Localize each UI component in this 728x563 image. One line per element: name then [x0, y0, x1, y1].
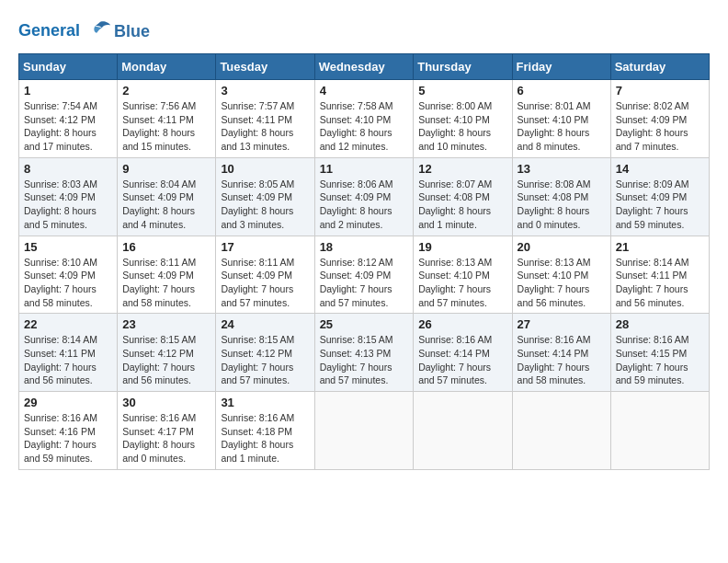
calendar-cell: 21 Sunrise: 8:14 AMSunset: 4:11 PMDaylig… [610, 236, 709, 314]
day-number: 30 [122, 396, 210, 409]
calendar-cell: 15 Sunrise: 8:10 AMSunset: 4:09 PMDaylig… [19, 236, 118, 314]
page-header: General Blue [18, 18, 710, 44]
day-number: 11 [320, 162, 409, 176]
weekday-saturday: Saturday [610, 54, 709, 80]
weekday-friday: Friday [512, 54, 610, 80]
day-number: 23 [122, 317, 210, 331]
calendar-cell: 6 Sunrise: 8:01 AMSunset: 4:10 PMDayligh… [512, 80, 610, 158]
day-detail: Sunrise: 8:16 AMSunset: 4:14 PMDaylight:… [518, 334, 591, 385]
weekday-monday: Monday [118, 54, 216, 80]
logo-general: General [18, 21, 80, 40]
calendar-cell: 5 Sunrise: 8:00 AMSunset: 4:10 PMDayligh… [414, 80, 512, 158]
calendar-cell: 30 Sunrise: 8:16 AMSunset: 4:17 PMDaylig… [118, 392, 216, 470]
logo-bird-icon [86, 18, 112, 44]
day-detail: Sunrise: 8:16 AMSunset: 4:14 PMDaylight:… [418, 334, 492, 385]
calendar-week-2: 8 Sunrise: 8:03 AMSunset: 4:09 PMDayligh… [19, 157, 710, 236]
logo-blue: Blue [114, 22, 150, 41]
day-number: 24 [221, 317, 309, 331]
calendar-cell: 9 Sunrise: 8:04 AMSunset: 4:09 PMDayligh… [118, 157, 216, 236]
calendar-table: SundayMondayTuesdayWednesdayThursdayFrid… [18, 53, 710, 470]
calendar-week-3: 15 Sunrise: 8:10 AMSunset: 4:09 PMDaylig… [19, 236, 710, 314]
day-number: 21 [616, 240, 704, 254]
day-number: 20 [518, 240, 606, 254]
weekday-thursday: Thursday [414, 54, 512, 80]
day-detail: Sunrise: 7:56 AMSunset: 4:11 PMDaylight:… [122, 100, 196, 152]
logo: General Blue [18, 18, 150, 44]
calendar-week-5: 29 Sunrise: 8:16 AMSunset: 4:16 PMDaylig… [19, 392, 710, 470]
calendar-cell: 18 Sunrise: 8:12 AMSunset: 4:09 PMDaylig… [314, 236, 414, 314]
day-detail: Sunrise: 8:08 AMSunset: 4:08 PMDaylight:… [518, 178, 591, 230]
day-detail: Sunrise: 8:13 AMSunset: 4:10 PMDaylight:… [518, 257, 591, 308]
calendar-cell: 26 Sunrise: 8:16 AMSunset: 4:14 PMDaylig… [414, 314, 512, 392]
calendar-cell [414, 392, 512, 470]
day-detail: Sunrise: 8:14 AMSunset: 4:11 PMDaylight:… [24, 334, 97, 385]
day-detail: Sunrise: 8:11 AMSunset: 4:09 PMDaylight:… [221, 257, 294, 308]
day-number: 1 [24, 84, 112, 98]
day-number: 15 [24, 240, 112, 254]
day-number: 29 [24, 396, 112, 409]
calendar-cell: 29 Sunrise: 8:16 AMSunset: 4:16 PMDaylig… [19, 392, 118, 470]
day-number: 4 [320, 84, 409, 98]
day-number: 27 [518, 317, 606, 331]
day-number: 7 [616, 84, 704, 98]
day-number: 9 [122, 162, 210, 176]
day-detail: Sunrise: 7:54 AMSunset: 4:12 PMDaylight:… [24, 100, 97, 152]
calendar-cell: 13 Sunrise: 8:08 AMSunset: 4:08 PMDaylig… [512, 157, 610, 236]
day-number: 28 [616, 317, 704, 331]
calendar-cell [512, 392, 610, 470]
day-number: 16 [122, 240, 210, 254]
calendar-cell: 25 Sunrise: 8:15 AMSunset: 4:13 PMDaylig… [314, 314, 414, 392]
day-number: 10 [221, 162, 309, 176]
weekday-wednesday: Wednesday [314, 54, 414, 80]
calendar-cell: 14 Sunrise: 8:09 AMSunset: 4:09 PMDaylig… [610, 157, 709, 236]
calendar-cell: 2 Sunrise: 7:56 AMSunset: 4:11 PMDayligh… [118, 80, 216, 158]
day-detail: Sunrise: 8:05 AMSunset: 4:09 PMDaylight:… [221, 178, 294, 230]
day-number: 26 [418, 317, 506, 331]
calendar-cell: 3 Sunrise: 7:57 AMSunset: 4:11 PMDayligh… [216, 80, 314, 158]
day-number: 5 [418, 84, 506, 98]
day-detail: Sunrise: 8:03 AMSunset: 4:09 PMDaylight:… [24, 178, 97, 230]
day-detail: Sunrise: 8:14 AMSunset: 4:11 PMDaylight:… [616, 257, 689, 308]
day-detail: Sunrise: 8:16 AMSunset: 4:15 PMDaylight:… [616, 334, 689, 385]
day-number: 8 [24, 162, 112, 176]
day-number: 31 [221, 396, 309, 409]
day-detail: Sunrise: 8:00 AMSunset: 4:10 PMDaylight:… [418, 100, 492, 152]
day-detail: Sunrise: 8:10 AMSunset: 4:09 PMDaylight:… [24, 257, 97, 308]
day-number: 25 [320, 317, 409, 331]
calendar-cell: 10 Sunrise: 8:05 AMSunset: 4:09 PMDaylig… [216, 157, 314, 236]
day-detail: Sunrise: 7:58 AMSunset: 4:10 PMDaylight:… [320, 100, 393, 152]
calendar-week-4: 22 Sunrise: 8:14 AMSunset: 4:11 PMDaylig… [19, 314, 710, 392]
calendar-cell: 24 Sunrise: 8:15 AMSunset: 4:12 PMDaylig… [216, 314, 314, 392]
calendar-cell: 1 Sunrise: 7:54 AMSunset: 4:12 PMDayligh… [19, 80, 118, 158]
day-detail: Sunrise: 8:15 AMSunset: 4:12 PMDaylight:… [122, 334, 196, 385]
day-number: 3 [221, 84, 309, 98]
day-detail: Sunrise: 8:11 AMSunset: 4:09 PMDaylight:… [122, 257, 196, 308]
calendar-cell: 23 Sunrise: 8:15 AMSunset: 4:12 PMDaylig… [118, 314, 216, 392]
day-number: 13 [518, 162, 606, 176]
calendar-cell: 7 Sunrise: 8:02 AMSunset: 4:09 PMDayligh… [610, 80, 709, 158]
day-number: 14 [616, 162, 704, 176]
calendar-cell [314, 392, 414, 470]
day-detail: Sunrise: 8:01 AMSunset: 4:10 PMDaylight:… [518, 100, 591, 152]
calendar-cell: 16 Sunrise: 8:11 AMSunset: 4:09 PMDaylig… [118, 236, 216, 314]
day-number: 19 [418, 240, 506, 254]
day-number: 17 [221, 240, 309, 254]
day-detail: Sunrise: 8:15 AMSunset: 4:13 PMDaylight:… [320, 334, 393, 385]
weekday-tuesday: Tuesday [216, 54, 314, 80]
day-detail: Sunrise: 8:09 AMSunset: 4:09 PMDaylight:… [616, 178, 689, 230]
weekday-sunday: Sunday [19, 54, 118, 80]
day-detail: Sunrise: 8:16 AMSunset: 4:16 PMDaylight:… [24, 412, 97, 464]
day-detail: Sunrise: 8:12 AMSunset: 4:09 PMDaylight:… [320, 257, 393, 308]
weekday-header-row: SundayMondayTuesdayWednesdayThursdayFrid… [19, 54, 710, 80]
day-detail: Sunrise: 8:02 AMSunset: 4:09 PMDaylight:… [616, 100, 689, 152]
day-number: 12 [418, 162, 506, 176]
day-detail: Sunrise: 8:15 AMSunset: 4:12 PMDaylight:… [221, 334, 294, 385]
calendar-cell: 4 Sunrise: 7:58 AMSunset: 4:10 PMDayligh… [314, 80, 414, 158]
day-number: 22 [24, 317, 112, 331]
calendar-cell: 11 Sunrise: 8:06 AMSunset: 4:09 PMDaylig… [314, 157, 414, 236]
calendar-cell: 19 Sunrise: 8:13 AMSunset: 4:10 PMDaylig… [414, 236, 512, 314]
day-number: 2 [122, 84, 210, 98]
calendar-cell: 20 Sunrise: 8:13 AMSunset: 4:10 PMDaylig… [512, 236, 610, 314]
calendar-cell: 31 Sunrise: 8:16 AMSunset: 4:18 PMDaylig… [216, 392, 314, 470]
day-detail: Sunrise: 8:04 AMSunset: 4:09 PMDaylight:… [122, 178, 196, 230]
